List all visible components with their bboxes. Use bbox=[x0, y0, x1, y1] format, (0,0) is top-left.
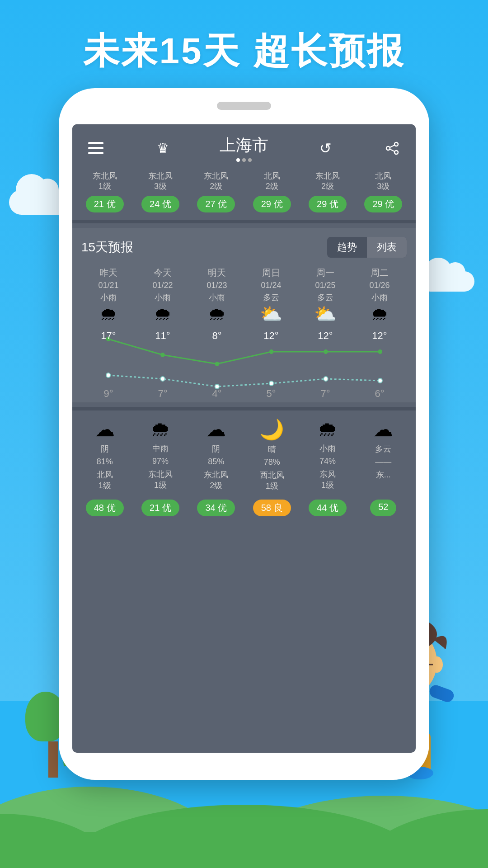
day-date: 01/25 bbox=[315, 281, 335, 290]
day-col: 今天 01/22 小雨 🌧 bbox=[136, 267, 190, 323]
temp-low: 7° bbox=[158, 388, 167, 400]
day-date: 01/24 bbox=[261, 281, 281, 290]
day-condition: 小雨 bbox=[155, 292, 171, 303]
bottom-icon: 🌙 bbox=[259, 418, 284, 441]
wind-text: 东北风2级 bbox=[315, 171, 340, 192]
aqi-col: 北风2级 29 优 bbox=[244, 171, 300, 212]
day-date: 01/26 bbox=[369, 281, 389, 290]
aqi-badge: 24 优 bbox=[141, 196, 179, 212]
bottom-col: 🌙 晴 78% 西北风1级 bbox=[244, 418, 300, 491]
bottom-wind: 东... bbox=[376, 469, 391, 480]
crown-button[interactable]: ♛ bbox=[153, 138, 173, 158]
day-condition: 小雨 bbox=[209, 292, 225, 303]
phone-frame: ♛ 上海市 ↺ 东 bbox=[59, 88, 429, 780]
aqi-badge: 27 优 bbox=[197, 196, 235, 212]
aqi-col: 东北风2级 27 优 bbox=[188, 171, 244, 212]
bottom-humidity: 97% bbox=[152, 457, 169, 466]
bottom-aqi-badge: 52 bbox=[370, 500, 396, 516]
day-condition: 小雨 bbox=[371, 292, 388, 303]
svg-line-36 bbox=[390, 145, 394, 147]
wind-text: 东北风3级 bbox=[148, 171, 173, 192]
day-date: 01/22 bbox=[152, 281, 173, 290]
divider-1 bbox=[72, 220, 416, 223]
phone-screen: ♛ 上海市 ↺ 东 bbox=[72, 124, 416, 753]
bottom-icon: ☁ bbox=[95, 418, 115, 441]
bottom-aqi-badge: 44 优 bbox=[309, 500, 347, 516]
temp-high: 12° bbox=[318, 330, 333, 342]
bottom-icon: 🌧 bbox=[318, 418, 338, 440]
bottom-wind: 东风1级 bbox=[319, 469, 336, 491]
svg-rect-32 bbox=[88, 152, 103, 154]
dot-1 bbox=[236, 158, 240, 162]
temp-labels: 17° 9° 11° 7° 8° 4° 12° 5° 12° 7° 12° 6° bbox=[81, 330, 407, 402]
wind-text: 北风2级 bbox=[264, 171, 280, 192]
day-condition: 多云 bbox=[263, 292, 279, 303]
aqi-col: 北风3级 29 优 bbox=[356, 171, 411, 212]
day-col: 昨天 01/21 小雨 🌧 bbox=[81, 267, 136, 323]
svg-rect-25 bbox=[428, 684, 455, 704]
tab-trend[interactable]: 趋势 bbox=[327, 237, 367, 258]
bottom-wind: 北风1级 bbox=[97, 469, 113, 491]
bottom-aqi-col: 21 优 bbox=[132, 500, 188, 516]
bottom-aqi-badge: 21 优 bbox=[141, 500, 179, 516]
bottom-icon: ☁ bbox=[206, 418, 226, 441]
city-name: 上海市 bbox=[220, 134, 268, 156]
bottom-aqi-col: 48 优 bbox=[77, 500, 132, 516]
days-row: 昨天 01/21 小雨 🌧 今天 01/22 小雨 🌧 明天 01/23 小雨 … bbox=[81, 267, 407, 330]
bottom-aqi-col: 58 良 bbox=[244, 500, 300, 516]
city-header: 上海市 bbox=[220, 134, 268, 162]
wind-text: 东北风2级 bbox=[204, 171, 228, 192]
view-tabs: 趋势 列表 bbox=[327, 237, 407, 258]
weather-icon-top: 🌧 bbox=[154, 305, 172, 323]
tab-list[interactable]: 列表 bbox=[367, 237, 407, 258]
forecast-title: 15天预报 bbox=[81, 239, 133, 256]
refresh-button[interactable]: ↺ bbox=[315, 138, 335, 158]
temp-col: 8° 4° bbox=[190, 330, 244, 402]
bottom-col: ☁ 阴 85% 东北风2级 bbox=[188, 418, 244, 491]
bottom-aqi-col: 44 优 bbox=[300, 500, 355, 516]
bottom-aqi-badge: 48 优 bbox=[86, 500, 124, 516]
bottom-icon: ☁ bbox=[373, 418, 393, 441]
aqi-col: 东北风2级 29 优 bbox=[300, 171, 355, 212]
bottom-wind: 东北风1级 bbox=[148, 469, 173, 491]
temp-col: 12° 6° bbox=[352, 330, 407, 402]
temp-high: 8° bbox=[212, 330, 221, 342]
forecast-section: 15天预报 趋势 列表 昨天 01/21 小雨 🌧 今天 01/22 小雨 🌧 … bbox=[72, 228, 416, 402]
top-bar: ♛ 上海市 ↺ bbox=[72, 124, 416, 166]
menu-button[interactable] bbox=[86, 138, 106, 158]
temp-col: 11° 7° bbox=[136, 330, 190, 402]
day-col: 周二 01/26 小雨 🌧 bbox=[352, 267, 407, 323]
bottom-col: 🌧 小雨 74% 东风1级 bbox=[300, 418, 355, 491]
day-label: 今天 bbox=[154, 267, 172, 279]
bottom-humidity: 81% bbox=[97, 457, 113, 467]
bottom-condition: 中雨 bbox=[152, 443, 169, 454]
temp-high: 11° bbox=[155, 330, 170, 342]
day-condition: 小雨 bbox=[100, 292, 117, 303]
temp-col: 12° 7° bbox=[298, 330, 352, 402]
wind-text: 东北风1级 bbox=[93, 171, 117, 192]
aqi-col: 东北风1级 21 优 bbox=[77, 171, 132, 212]
svg-rect-5 bbox=[0, 832, 488, 868]
temp-high: 12° bbox=[372, 330, 387, 342]
temp-low: 6° bbox=[375, 388, 384, 400]
svg-point-35 bbox=[394, 151, 398, 154]
bottom-icon: 🌧 bbox=[150, 418, 170, 440]
bottom-aqi-badge: 58 良 bbox=[253, 500, 291, 516]
bottom-wind: 东北风2级 bbox=[204, 469, 228, 491]
day-label: 周二 bbox=[371, 267, 389, 279]
temp-high: 12° bbox=[263, 330, 278, 342]
bottom-col: ☁ 阴 81% 北风1级 bbox=[77, 418, 132, 491]
weather-icon-top: ⛅ bbox=[260, 305, 282, 323]
bottom-humidity: 78% bbox=[264, 458, 280, 467]
weather-icon-top: ⛅ bbox=[314, 305, 337, 323]
bottom-humidity: 85% bbox=[208, 457, 224, 467]
bottom-aqi-badge: 34 优 bbox=[197, 500, 235, 516]
share-button[interactable] bbox=[382, 138, 402, 158]
dot-3 bbox=[248, 158, 252, 162]
phone-speaker bbox=[217, 102, 271, 110]
svg-point-34 bbox=[386, 146, 390, 150]
day-label: 周一 bbox=[316, 267, 334, 279]
bottom-col: ☁ 多云 —— 东... bbox=[356, 418, 411, 491]
page-dots bbox=[236, 158, 252, 162]
dot-2 bbox=[242, 158, 246, 162]
